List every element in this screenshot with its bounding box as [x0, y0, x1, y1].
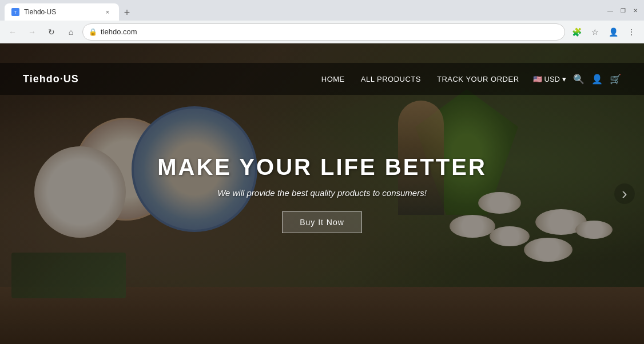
- site-logo[interactable]: Tiehdo·US: [23, 73, 79, 85]
- tab-close-button[interactable]: ×: [103, 7, 112, 17]
- currency-selector[interactable]: 🇺🇸 USD ▾: [533, 75, 566, 83]
- nav-link-track-order[interactable]: TRACK YOUR ORDER: [437, 75, 519, 83]
- tab-title: Tiehdo·US: [24, 8, 98, 16]
- forward-button[interactable]: →: [24, 24, 40, 40]
- secure-icon: 🔒: [89, 28, 97, 36]
- tab-favicon: T: [11, 8, 19, 16]
- toolbar-actions: 🧩 ☆ 👤 ⋮: [569, 24, 639, 40]
- browser-chrome: T Tiehdo·US × + — ❐ ✕ ← → ↻ ⌂ 🔒 tiehdo.c…: [0, 0, 644, 43]
- restore-button[interactable]: ❐: [619, 6, 627, 14]
- reload-button[interactable]: ↻: [43, 24, 59, 40]
- hero-subtitle: We will provide the best quality product…: [157, 188, 487, 198]
- currency-dropdown-icon: ▾: [562, 75, 566, 83]
- nav-link-home[interactable]: HOME: [321, 75, 345, 83]
- tab-strip: T Tiehdo·US × +: [5, 0, 602, 21]
- close-button[interactable]: ✕: [631, 6, 639, 14]
- flag-icon: 🇺🇸: [533, 75, 542, 83]
- minimize-button[interactable]: —: [606, 6, 614, 14]
- website-content: 🌹 Get Your Discount Now 🚚 Free Shipping …: [0, 43, 644, 344]
- profile-button[interactable]: 👤: [605, 24, 621, 40]
- address-text: tiehdo.com: [101, 27, 559, 36]
- menu-button[interactable]: ⋮: [623, 24, 639, 40]
- address-bar[interactable]: 🔒 tiehdo.com: [82, 23, 565, 41]
- currency-code: USD: [544, 75, 560, 83]
- search-button[interactable]: 🔍: [573, 74, 585, 85]
- nav-link-all-products[interactable]: ALL PRODUCTS: [361, 75, 421, 83]
- browser-tab[interactable]: T Tiehdo·US ×: [5, 3, 119, 21]
- window-controls: — ❐ ✕: [606, 6, 639, 14]
- home-button[interactable]: ⌂: [63, 24, 79, 40]
- account-button[interactable]: 👤: [591, 74, 603, 85]
- hero-title: MAKE YOUR LIFE BETTER: [157, 154, 487, 180]
- nav-links: HOME ALL PRODUCTS TRACK YOUR ORDER: [321, 75, 519, 83]
- browser-titlebar: T Tiehdo·US × + — ❐ ✕: [0, 0, 644, 21]
- hero-cta-button[interactable]: Buy It Now: [282, 211, 362, 233]
- navigation-bar: Tiehdo·US HOME ALL PRODUCTS TRACK YOUR O…: [0, 63, 644, 95]
- browser-toolbar: ← → ↻ ⌂ 🔒 tiehdo.com 🧩 ☆ 👤 ⋮: [0, 21, 644, 43]
- back-button[interactable]: ←: [5, 24, 21, 40]
- hero-section: Tiehdo·US HOME ALL PRODUCTS TRACK YOUR O…: [0, 43, 644, 344]
- extensions-button[interactable]: 🧩: [569, 24, 585, 40]
- slider-next-arrow[interactable]: ›: [614, 183, 635, 204]
- new-tab-button[interactable]: +: [119, 5, 135, 21]
- bookmark-button[interactable]: ☆: [587, 24, 603, 40]
- nav-right-section: 🇺🇸 USD ▾ 🔍 👤 🛒: [533, 74, 621, 85]
- cart-button[interactable]: 🛒: [610, 74, 621, 85]
- hero-content: MAKE YOUR LIFE BETTER We will provide th…: [157, 154, 487, 233]
